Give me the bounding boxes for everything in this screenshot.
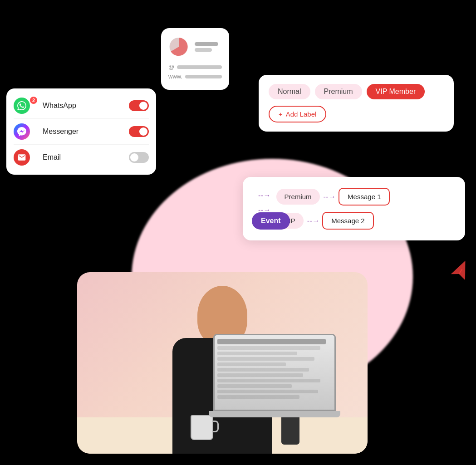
person-silhouette [77,272,368,454]
at-symbol: @ [168,64,174,70]
phone-device [281,413,299,445]
premium-pill: Premium [276,189,320,205]
at-field: @ [168,64,222,70]
arrow-event-to-premium: - - → [258,191,270,200]
whatsapp-label: WhatsApp [43,102,129,110]
email-icon [14,149,30,166]
arrow-premium-to-msg1: - - → [324,193,335,201]
www-field: www. [168,73,222,80]
whatsapp-row: 2 WhatsApp [14,93,149,119]
label-vip[interactable]: VIP Member [367,84,425,99]
messenger-row: Messenger [14,119,149,145]
event-badge: Event [252,212,290,230]
message1-box: Message 1 [339,188,390,206]
flow-premium-row: Premium - - → Message 1 [276,188,452,206]
www-label: www. [168,73,182,80]
email-toggle[interactable] [129,152,149,163]
analytics-card: @ www. [161,28,229,90]
person-photo [77,272,368,454]
label-premium[interactable]: Premium [315,84,362,99]
add-label-button[interactable]: + Add Label [269,106,326,122]
laptop-screen-content [215,335,334,410]
messenger-label: Messenger [43,127,129,136]
email-label: Email [43,153,129,162]
whatsapp-icon [14,98,30,114]
labels-card: Normal Premium VIP Member + Add Label [259,75,454,132]
laptop-base [209,411,340,417]
flow-card: - - → - - → Premium - - → Message 1 VIP … [243,177,465,240]
email-row: Email [14,145,149,170]
messenger-icon [14,123,30,140]
message2-box: Message 2 [322,212,373,230]
coffee-mug [191,415,213,440]
analytics-bars [195,42,218,52]
flow-vip-row: VIP - - → Message 2 [276,212,452,230]
laptop-screen [213,334,336,411]
pie-chart-icon [168,36,189,57]
labels-row: Normal Premium VIP Member [269,84,444,99]
messenger-toggle[interactable] [129,126,149,137]
channels-card: 2 WhatsApp Messenger Email [6,88,156,175]
add-label-text: Add Label [286,110,317,118]
whatsapp-badge: 2 [29,96,38,105]
whatsapp-toggle[interactable] [129,100,149,111]
arrow-vip-to-msg2: - - → [307,217,319,225]
plus-icon: + [279,110,283,118]
paper-plane-icon [445,258,476,291]
label-normal[interactable]: Normal [269,84,310,99]
event-label: Event [261,217,281,225]
